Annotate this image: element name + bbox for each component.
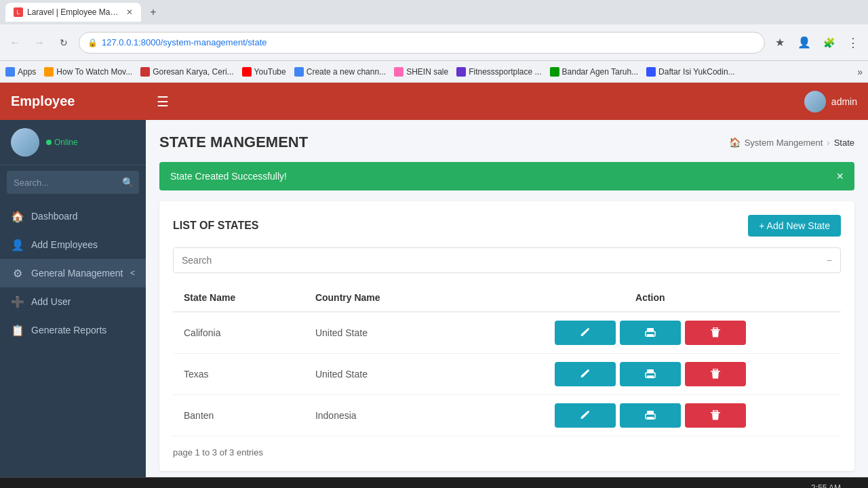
topbar-user[interactable]: admin bbox=[804, 91, 857, 113]
print-button[interactable] bbox=[620, 362, 681, 386]
sidebar-item-general-management[interactable]: ⚙ General Management < bbox=[0, 259, 146, 287]
how-favicon bbox=[44, 67, 54, 77]
table-search-input[interactable] bbox=[174, 248, 818, 272]
sidebar-item-add-user[interactable]: ➕ Add User bbox=[0, 287, 146, 316]
add-employees-icon: 👤 bbox=[11, 238, 24, 251]
bookmark-how-label: How To Watch Mov... bbox=[56, 67, 132, 77]
bookmark-create-label: Create a new chann... bbox=[307, 67, 386, 77]
delete-button[interactable] bbox=[685, 403, 746, 428]
delete-button[interactable] bbox=[685, 321, 746, 345]
main-area: ☰ admin STATE MANGEMENT 🏠 System Mangeme… bbox=[146, 83, 868, 477]
svg-rect-2 bbox=[647, 334, 654, 337]
bookmark-bandar[interactable]: Bandar Agen Taruh... bbox=[550, 67, 639, 77]
taskbar-tray: ^ 🌐 🔊 2:55 AM 3/17/2020 💬 bbox=[757, 483, 863, 488]
delete-button[interactable] bbox=[685, 362, 746, 386]
table-search-minus[interactable]: − bbox=[818, 255, 840, 266]
state-name-cell: Banten bbox=[173, 395, 304, 436]
taskbar-vscode-button[interactable]: ⚙ bbox=[171, 482, 195, 489]
address-bar[interactable]: 🔒 127.0.0.1:8000/system-management/state bbox=[79, 32, 765, 54]
svg-rect-8 bbox=[647, 375, 654, 378]
taskbar-time-display[interactable]: 2:55 AM 3/17/2020 bbox=[805, 483, 841, 488]
states-card: LIST OF STATES + Add New State − State N… bbox=[159, 201, 854, 471]
breadcrumb-separator: › bbox=[827, 138, 829, 148]
country-name-cell: Indonesia bbox=[304, 395, 460, 436]
alert-close-button[interactable]: × bbox=[836, 170, 844, 182]
bookmark-goresan[interactable]: Goresan Karya, Ceri... bbox=[140, 67, 233, 77]
add-user-icon: ➕ bbox=[11, 295, 24, 308]
taskbar-explorer-button[interactable]: 📁 bbox=[117, 482, 141, 489]
more-options-button[interactable]: ⋮ bbox=[844, 33, 863, 52]
action-cell bbox=[460, 354, 841, 395]
bookmark-shein-label: SHEIN sale bbox=[406, 67, 448, 77]
sidebar-item-generate-reports[interactable]: 📋 Generate Reports bbox=[0, 316, 146, 344]
taskbar-vlc-button[interactable]: 🔺 bbox=[198, 482, 222, 489]
print-button[interactable] bbox=[620, 321, 681, 345]
bookmark-star-button[interactable]: ★ bbox=[770, 33, 789, 52]
tab-close-btn[interactable]: ✕ bbox=[126, 7, 133, 17]
bookmark-how[interactable]: How To Watch Mov... bbox=[44, 67, 132, 77]
chevron-left-icon: < bbox=[130, 268, 135, 278]
svg-rect-17 bbox=[713, 410, 717, 412]
taskbar-powershell-button[interactable]: ⬡ bbox=[252, 482, 277, 489]
reload-button[interactable]: ↻ bbox=[54, 33, 73, 52]
bookmark-shein[interactable]: SHEIN sale bbox=[394, 67, 448, 77]
fitness-favicon bbox=[456, 67, 466, 77]
create-favicon bbox=[294, 67, 304, 77]
start-button[interactable] bbox=[5, 481, 33, 489]
sidebar-search-input[interactable] bbox=[7, 171, 139, 194]
bookmark-apps[interactable]: Apps bbox=[5, 67, 36, 77]
bookmark-fitness[interactable]: Fitnesssportplace ... bbox=[456, 67, 541, 77]
back-button[interactable]: ← bbox=[5, 33, 24, 52]
more-bookmarks-button[interactable]: » bbox=[857, 66, 863, 77]
forward-button[interactable]: → bbox=[30, 33, 49, 52]
taskbar-time: 2:55 AM bbox=[805, 483, 841, 488]
breadcrumb-current: State bbox=[834, 138, 854, 148]
sidebar-logo: Employee bbox=[11, 94, 75, 109]
bookmark-daftar[interactable]: Daftar Isi YukCodin... bbox=[646, 67, 735, 77]
topbar-username: admin bbox=[831, 96, 857, 107]
bookmark-youtube-label: YouTube bbox=[254, 67, 286, 77]
tab-favicon: L bbox=[14, 7, 23, 17]
bookmark-youtube[interactable]: YouTube bbox=[242, 67, 286, 77]
action-cell bbox=[460, 312, 841, 354]
shein-favicon bbox=[394, 67, 403, 77]
sidebar-item-dashboard-label: Dashboard bbox=[31, 211, 78, 222]
sidebar-search-icon[interactable]: 🔍 bbox=[122, 177, 134, 188]
svg-point-3 bbox=[652, 333, 654, 334]
bookmark-create[interactable]: Create a new chann... bbox=[294, 67, 386, 77]
browser-tab[interactable]: L Laravel | Employee Manageme... ✕ bbox=[5, 3, 141, 22]
generate-reports-icon: 📋 bbox=[11, 323, 24, 337]
breadcrumb-home[interactable]: System Mangement bbox=[745, 138, 823, 148]
user-avatar bbox=[11, 128, 39, 157]
extensions-button[interactable]: 🧩 bbox=[819, 33, 838, 52]
country-name-cell: United State bbox=[304, 354, 460, 395]
edit-button[interactable] bbox=[555, 362, 616, 386]
profile-button[interactable]: 👤 bbox=[795, 33, 814, 52]
sidebar-item-dashboard[interactable]: 🏠 Dashboard bbox=[0, 202, 146, 230]
user-status: Online bbox=[46, 138, 78, 147]
topbar: ☰ admin bbox=[146, 83, 868, 120]
edit-button[interactable] bbox=[555, 403, 616, 428]
print-button[interactable] bbox=[620, 403, 681, 428]
new-tab-button[interactable]: + bbox=[144, 3, 163, 22]
hamburger-icon[interactable]: ☰ bbox=[157, 94, 169, 110]
page-header: STATE MANGEMENT 🏠 System Mangement › Sta… bbox=[159, 134, 854, 151]
taskbar-edge-button[interactable]: e bbox=[90, 482, 114, 489]
breadcrumb: 🏠 System Mangement › State bbox=[729, 137, 854, 148]
taskbar: 🔍 ❑ e 📁 ⚙ 🔺 📄 ⬡ ^ 🌐 🔊 2:55 AM 3/17/2020 … bbox=[0, 477, 868, 488]
sidebar-item-add-employees[interactable]: 👤 Add Employees bbox=[0, 230, 146, 259]
lock-icon: 🔒 bbox=[87, 38, 98, 47]
table-search-row: − bbox=[173, 247, 841, 273]
nav-menu: 🏠 Dashboard 👤 Add Employees ⚙ General Ma… bbox=[0, 199, 146, 477]
edit-button[interactable] bbox=[555, 321, 616, 345]
add-new-state-button[interactable]: + Add New State bbox=[748, 215, 841, 237]
bookmarks-bar: Apps How To Watch Mov... Goresan Karya, … bbox=[0, 61, 868, 83]
taskbar-search-button[interactable]: 🔍 bbox=[35, 482, 60, 489]
taskbar-acrobat-button[interactable]: 📄 bbox=[225, 482, 250, 489]
page-title: STATE MANGEMENT bbox=[159, 134, 308, 151]
bookmark-daftar-label: Daftar Isi YukCodin... bbox=[658, 67, 735, 77]
taskbar-chrome-button[interactable] bbox=[144, 482, 168, 489]
page-content: STATE MANGEMENT 🏠 System Mangement › Sta… bbox=[146, 120, 868, 477]
taskbar-task-view[interactable]: ❑ bbox=[62, 482, 87, 489]
bookmark-bandar-label: Bandar Agen Taruh... bbox=[562, 67, 639, 77]
